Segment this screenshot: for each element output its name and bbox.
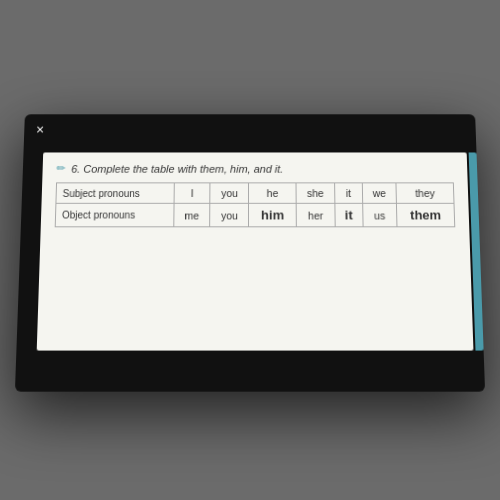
modal-window: × ✏ 6. Complete the table with them, him… [15, 114, 485, 391]
table-cell: they [396, 183, 454, 203]
row-label: Subject pronouns [56, 183, 174, 203]
table-cell-bold: him [249, 203, 296, 227]
question-text: 6. Complete the table with them, him, an… [71, 163, 283, 175]
row-label: Object pronouns [55, 203, 174, 227]
pencil-icon: ✏ [56, 162, 65, 175]
table-row: Object pronouns me you him her it us the… [55, 203, 455, 227]
table-cell: you [210, 183, 249, 203]
content-area: ✏ 6. Complete the table with them, him, … [37, 152, 474, 350]
table-row: Subject pronouns I you he she it we they [56, 183, 454, 203]
table-cell: I [174, 183, 210, 203]
table-cell: we [362, 183, 397, 203]
table-cell-bold: it [335, 203, 363, 227]
question-header: ✏ 6. Complete the table with them, him, … [56, 162, 453, 175]
table-cell: me [174, 203, 210, 227]
table-cell-bold: them [397, 203, 455, 227]
pronoun-table: Subject pronouns I you he she it we they… [55, 182, 456, 227]
table-cell: us [362, 203, 397, 227]
table-cell: it [335, 183, 363, 203]
close-button[interactable]: × [36, 122, 45, 137]
table-cell: he [249, 183, 296, 203]
table-cell: you [210, 203, 249, 227]
table-cell: her [296, 203, 335, 227]
table-cell: she [296, 183, 335, 203]
